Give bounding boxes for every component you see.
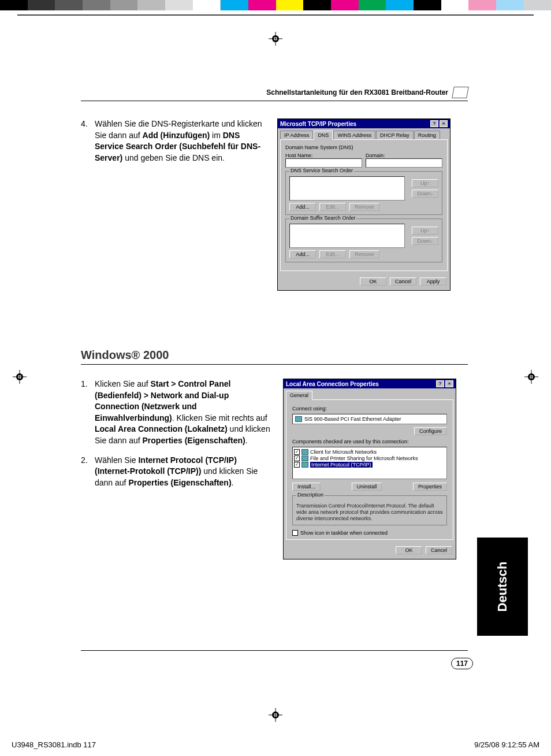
domain-input[interactable] xyxy=(366,158,442,168)
apply-button[interactable]: Apply xyxy=(420,277,446,286)
edit-button[interactable]: Edit... xyxy=(319,203,346,211)
checkbox-icon[interactable] xyxy=(292,530,298,536)
remove-button[interactable]: Remove xyxy=(349,250,379,258)
add-button[interactable]: Add... xyxy=(289,250,316,258)
checkbox-icon[interactable]: ✓ xyxy=(294,455,300,461)
step-body: Wählen Sie die DNS-Registerkarte und kli… xyxy=(95,118,266,164)
install-button[interactable]: Install... xyxy=(292,483,321,491)
connect-using-label: Connect using: xyxy=(292,406,447,412)
registration-mark-icon xyxy=(269,708,282,722)
dns-search-list[interactable] xyxy=(289,176,405,201)
group-legend: DNS Service Search Order xyxy=(289,168,354,173)
adapter-name: SiS 900-Based PCI Fast Ethernet Adapter xyxy=(304,416,401,422)
description-text: Transmission Control Protocol/Internet P… xyxy=(296,503,443,521)
uninstall-button[interactable]: Uninstall xyxy=(352,483,382,491)
titlebar: Microsoft TCP/IP Properties ? × xyxy=(278,119,450,128)
close-button[interactable]: × xyxy=(445,380,453,387)
cancel-button[interactable]: Cancel xyxy=(390,277,416,286)
page-header: Schnellstartanleitung für den RX3081 Bre… xyxy=(81,87,468,101)
registration-mark-icon xyxy=(269,32,282,46)
tab-dns[interactable]: DNS xyxy=(314,131,333,140)
tab-wins[interactable]: WINS Address xyxy=(333,131,375,140)
group-legend: Description xyxy=(296,492,325,498)
components-label: Components checked are used by this conn… xyxy=(292,439,447,444)
components-list[interactable]: ✓Client for Microsoft Networks ✓File and… xyxy=(292,447,447,479)
help-button[interactable]: ? xyxy=(436,380,444,387)
checkbox-icon[interactable]: ✓ xyxy=(294,462,300,468)
page-number: 117 xyxy=(451,658,473,669)
show-icon-checkbox[interactable]: Show icon in taskbar when connected xyxy=(292,530,447,536)
step-2: 2. Wählen Sie Internet Protocol (TCP/IP)… xyxy=(81,455,271,489)
close-button[interactable]: × xyxy=(440,120,448,127)
add-button[interactable]: Add... xyxy=(289,203,316,211)
dns-legend: Domain Name System (DNS) xyxy=(285,144,442,150)
language-label: Deutsch xyxy=(495,562,510,612)
group-legend: Domain Suffix Search Order xyxy=(289,215,356,221)
ok-button[interactable]: OK xyxy=(396,546,422,554)
remove-button[interactable]: Remove xyxy=(349,203,379,211)
lan-properties-dialog: Local Area Connection Properties ? × Gen… xyxy=(283,379,456,559)
footer-rule xyxy=(81,650,468,651)
step-4: 4. Wählen Sie die DNS-Registerkarte und … xyxy=(81,118,266,164)
domain-label: Domain: xyxy=(366,153,442,158)
step-number: 4. xyxy=(81,118,95,164)
step-number: 1. xyxy=(81,379,95,447)
edit-button[interactable]: Edit... xyxy=(319,250,346,258)
up-button[interactable]: Up↑ xyxy=(412,179,438,187)
domain-suffix-group: Domain Suffix Search Order Up↑ Down↓ Add… xyxy=(285,218,442,262)
language-tab: Deutsch xyxy=(477,538,528,636)
list-item[interactable]: ✓File and Printer Sharing for Microsoft … xyxy=(294,455,445,461)
print-color-bar xyxy=(0,0,551,10)
tab-panel: Domain Name System (DNS) Host Name: Doma… xyxy=(280,139,448,271)
section-heading: Windows® 2000 xyxy=(81,349,468,365)
component-icon xyxy=(301,449,308,455)
tab-routing[interactable]: Routing xyxy=(414,131,440,140)
configure-button[interactable]: Configure xyxy=(414,427,447,435)
checkbox-icon[interactable]: ✓ xyxy=(294,449,300,455)
host-label: Host Name: xyxy=(285,153,362,158)
down-button[interactable]: Down↓ xyxy=(412,237,438,245)
component-icon xyxy=(301,462,308,468)
top-rule xyxy=(17,14,534,16)
list-item[interactable]: ✓Internet Protocol (TCP/IP) xyxy=(294,462,445,468)
list-item[interactable]: ✓Client for Microsoft Networks xyxy=(294,449,445,455)
help-button[interactable]: ? xyxy=(430,120,438,127)
ok-button[interactable]: OK xyxy=(360,277,386,286)
cancel-button[interactable]: Cancel xyxy=(426,546,452,554)
tab-panel: Connect using: SiS 900-Based PCI Fast Et… xyxy=(286,399,453,540)
tab-dhcp-relay[interactable]: DHCP Relay xyxy=(376,131,414,140)
registration-mark-icon xyxy=(524,370,538,384)
tab-strip: IP Address DNS WINS Address DHCP Relay R… xyxy=(280,131,448,140)
step-number: 2. xyxy=(81,455,95,489)
tab-ip-address[interactable]: IP Address xyxy=(280,131,313,140)
properties-button[interactable]: Properties xyxy=(413,483,447,491)
up-button[interactable]: Up↑ xyxy=(412,227,438,235)
asus-logo-icon xyxy=(452,87,469,98)
timestamp: 9/25/08 9:12:55 AM xyxy=(474,740,539,749)
tab-general[interactable]: General xyxy=(286,391,312,400)
titlebar: Local Area Connection Properties ? × xyxy=(284,379,456,388)
adapter-icon xyxy=(295,416,302,422)
tcpip-properties-dialog: Microsoft TCP/IP Properties ? × IP Addre… xyxy=(277,118,451,291)
page-title: Schnellstartanleitung für den RX3081 Bre… xyxy=(266,88,448,97)
step-1: 1. Klicken Sie auf Start > Control Panel… xyxy=(81,379,271,447)
dialog-title: Local Area Connection Properties xyxy=(286,381,435,387)
description-group: Description Transmission Control Protoco… xyxy=(292,495,447,525)
dns-search-order-group: DNS Service Search Order Up↑ Down↓ Add..… xyxy=(285,171,442,215)
registration-mark-icon xyxy=(13,370,27,384)
component-icon xyxy=(301,455,308,461)
step-body: Wählen Sie Internet Protocol (TCP/IP) (I… xyxy=(95,455,271,489)
suffix-list[interactable] xyxy=(289,224,405,248)
host-input[interactable] xyxy=(285,158,362,168)
step-body: Klicken Sie auf Start > Control Panel (B… xyxy=(95,379,271,447)
down-button[interactable]: Down↓ xyxy=(412,190,438,198)
file-name: U3948_RS3081.indb 117 xyxy=(12,740,96,749)
dialog-title: Microsoft TCP/IP Properties xyxy=(280,121,429,127)
adapter-field: SiS 900-Based PCI Fast Ethernet Adapter xyxy=(292,414,447,424)
print-meta: U3948_RS3081.indb 117 9/25/08 9:12:55 AM xyxy=(12,740,539,749)
